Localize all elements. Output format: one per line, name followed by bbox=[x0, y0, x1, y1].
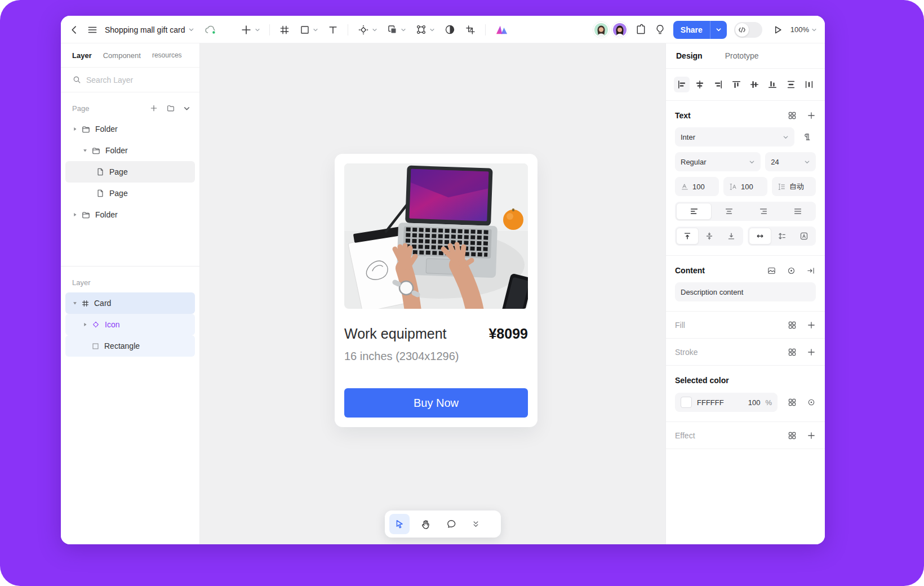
tab-design[interactable]: Design bbox=[676, 51, 703, 60]
comment-tool-button[interactable] bbox=[441, 514, 461, 534]
valign-bottom-button[interactable] bbox=[721, 228, 742, 245]
stroke-styles-button[interactable] bbox=[788, 348, 797, 357]
tab-resources[interactable]: resources bbox=[152, 51, 182, 59]
page-tree-item-folder[interactable]: Folder bbox=[65, 140, 195, 161]
align-horizontal-center-button[interactable] bbox=[692, 77, 708, 92]
tab-component[interactable]: Component bbox=[103, 51, 141, 60]
text-styles-button[interactable] bbox=[788, 111, 797, 120]
styles-grid-icon bbox=[788, 431, 797, 440]
content-asset-button[interactable] bbox=[767, 266, 776, 276]
mask-tool-button[interactable] bbox=[444, 24, 456, 35]
caret-right-icon[interactable] bbox=[70, 126, 80, 132]
collaborator-avatar[interactable] bbox=[612, 22, 628, 38]
page-tree-item-folder[interactable]: Folder bbox=[65, 118, 195, 140]
insert-tool-button[interactable] bbox=[240, 24, 260, 36]
page-tree-item-page[interactable]: Page bbox=[65, 183, 195, 204]
auto-width-button[interactable] bbox=[749, 228, 771, 245]
text-align-justify-button[interactable] bbox=[780, 203, 815, 220]
search-input[interactable] bbox=[86, 76, 188, 85]
select-tool-button[interactable] bbox=[389, 514, 410, 534]
text-tool-button[interactable] bbox=[327, 24, 339, 35]
collapse-toolbar-button[interactable] bbox=[472, 520, 480, 529]
page-tree-item-folder[interactable]: Folder bbox=[65, 204, 195, 225]
layer-item-card[interactable]: Card bbox=[65, 292, 195, 314]
text-align-right-button[interactable] bbox=[746, 203, 780, 220]
add-folder-button[interactable] bbox=[166, 104, 175, 113]
add-text-style-button[interactable] bbox=[807, 111, 816, 120]
play-icon bbox=[772, 24, 783, 35]
chevron-down-icon bbox=[749, 159, 755, 165]
text-align-control bbox=[675, 202, 816, 221]
font-size-dropdown[interactable]: 24 bbox=[765, 152, 816, 171]
font-family-dropdown[interactable]: Inter bbox=[675, 127, 794, 146]
content-value-input[interactable]: Description content bbox=[675, 282, 816, 301]
add-fill-button[interactable] bbox=[807, 321, 816, 330]
align-top-button[interactable] bbox=[728, 77, 744, 92]
color-target-button[interactable] bbox=[807, 398, 816, 407]
distribute-vertical-button[interactable] bbox=[783, 77, 799, 92]
align-vertical-center-button[interactable] bbox=[747, 77, 762, 92]
collapse-pages-button[interactable] bbox=[183, 105, 190, 112]
color-swatch[interactable] bbox=[681, 397, 692, 408]
caret-down-icon[interactable] bbox=[70, 300, 80, 306]
layer-item-rectangle[interactable]: Rectangle bbox=[65, 335, 195, 357]
fill-styles-button[interactable] bbox=[788, 321, 797, 330]
tips-button[interactable] bbox=[654, 24, 666, 35]
zoom-level-dropdown[interactable]: 100% bbox=[790, 25, 817, 34]
align-bottom-button[interactable] bbox=[765, 77, 780, 92]
line-height-input[interactable]: 100 bbox=[723, 177, 767, 196]
cloud-sync-status[interactable] bbox=[203, 24, 217, 35]
dev-mode-toggle[interactable] bbox=[734, 22, 762, 38]
collaborator-avatar[interactable] bbox=[593, 22, 609, 38]
text-align-center-button[interactable] bbox=[712, 203, 746, 220]
share-button[interactable]: Share bbox=[673, 21, 710, 39]
layer-item-icon[interactable]: Icon bbox=[65, 314, 195, 335]
add-page-button[interactable] bbox=[149, 104, 158, 113]
product-card-artboard[interactable]: Work equipment ¥8099 16 inches (2304x129… bbox=[335, 154, 537, 427]
document-title-menu[interactable]: Shopping mall gift card bbox=[105, 25, 194, 34]
align-left-button[interactable] bbox=[674, 77, 690, 92]
caret-right-icon[interactable] bbox=[80, 322, 90, 327]
frame-tool-button[interactable] bbox=[279, 24, 290, 35]
caret-down-icon[interactable] bbox=[80, 148, 90, 153]
buy-now-button[interactable]: Buy Now bbox=[344, 388, 528, 418]
hand-tool-button[interactable] bbox=[415, 514, 436, 534]
page-tree-item-page-selected[interactable]: Page bbox=[65, 161, 195, 183]
move-tool-button[interactable] bbox=[357, 24, 377, 36]
text-direction-button[interactable] bbox=[799, 127, 816, 146]
tab-layer[interactable]: Layer bbox=[72, 51, 92, 60]
layer-item-label: Card bbox=[94, 299, 111, 308]
shape-tool-button[interactable] bbox=[299, 24, 318, 35]
plugins-button[interactable] bbox=[635, 24, 647, 35]
main-menu-button[interactable] bbox=[87, 24, 98, 35]
color-value-row[interactable]: FFFFFF 100 % bbox=[675, 393, 778, 412]
color-styles-button[interactable] bbox=[788, 398, 797, 407]
ai-assistant-button[interactable] bbox=[495, 24, 509, 36]
design-canvas[interactable]: Work equipment ¥8099 16 inches (2304x129… bbox=[200, 43, 665, 544]
content-export-button[interactable] bbox=[806, 266, 816, 276]
vector-edit-tool-button[interactable] bbox=[415, 24, 435, 35]
add-effect-button[interactable] bbox=[807, 431, 816, 440]
font-weight-dropdown[interactable]: Regular bbox=[675, 152, 761, 171]
boolean-tool-button[interactable] bbox=[387, 24, 406, 35]
content-target-button[interactable] bbox=[787, 266, 796, 276]
styles-grid-icon bbox=[788, 321, 797, 330]
caret-right-icon[interactable] bbox=[70, 212, 80, 217]
crop-tool-button[interactable] bbox=[465, 24, 476, 35]
fixed-size-button[interactable] bbox=[793, 228, 815, 245]
distribute-horizontal-button[interactable] bbox=[801, 77, 817, 92]
tab-prototype[interactable]: Prototype bbox=[725, 51, 759, 60]
back-button[interactable] bbox=[69, 24, 80, 35]
valign-middle-button[interactable] bbox=[699, 228, 720, 245]
present-button[interactable] bbox=[772, 24, 783, 35]
share-dropdown-button[interactable] bbox=[710, 21, 727, 39]
effect-styles-button[interactable] bbox=[788, 431, 797, 440]
paragraph-spacing-input[interactable]: 自动 bbox=[772, 177, 816, 196]
align-right-button[interactable] bbox=[710, 77, 726, 92]
auto-height-button[interactable] bbox=[771, 228, 793, 245]
add-stroke-button[interactable] bbox=[807, 348, 816, 357]
valign-top-button[interactable] bbox=[676, 228, 699, 245]
boolean-shapes-icon bbox=[387, 24, 398, 35]
text-align-left-button[interactable] bbox=[676, 203, 712, 220]
letter-spacing-input[interactable]: 100 bbox=[675, 177, 719, 196]
